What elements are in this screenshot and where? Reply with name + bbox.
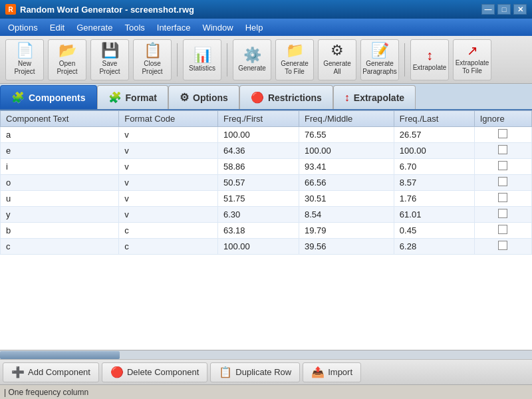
table-row[interactable]: u v 51.75 30.51 1.76 (1, 191, 532, 207)
cell-last: 26.57 (394, 127, 474, 143)
cell-middle: 93.41 (299, 159, 394, 175)
cell-last: 6.70 (394, 159, 474, 175)
menu-item-edit[interactable]: Edit (45, 21, 70, 34)
app-icon: R (5, 4, 16, 15)
ignore-checkbox[interactable] (498, 225, 507, 234)
close-project-button[interactable]: 📋 Close Project (133, 39, 172, 80)
cell-last: 6.28 (394, 239, 474, 255)
scrollbar-thumb[interactable] (0, 351, 120, 359)
extrapolate-tab-icon: ↕ (344, 92, 350, 104)
delete-component-button[interactable]: 🔴 Delete Component (102, 362, 207, 382)
menu-item-help[interactable]: Help (240, 21, 269, 34)
extrapolate-icon: ↕ (426, 49, 433, 62)
col-header-freq-last: Freq./Last (394, 111, 474, 127)
generate-to-file-button[interactable]: 📁 Generate To File (275, 39, 314, 80)
cell-first: 100.00 (218, 127, 299, 143)
cell-first: 50.57 (218, 175, 299, 191)
extrapolate-to-file-icon: ↗ (467, 44, 478, 57)
table-body: a v 100.00 76.55 26.57 e v 64.36 100.00 … (1, 127, 532, 255)
table-row[interactable]: c c 100.00 39.56 6.28 (1, 239, 532, 255)
generate-button[interactable]: ⚙️ Generate (233, 39, 271, 80)
options-tab-label: Options (193, 92, 228, 103)
menu-item-window[interactable]: Window (197, 21, 238, 34)
table-row[interactable]: b c 63.18 19.79 0.45 (1, 223, 532, 239)
generate-icon: ⚙️ (243, 48, 261, 63)
add-component-button[interactable]: ➕ Add Component (3, 362, 99, 382)
open-project-button[interactable]: 📂 Open Project (48, 39, 86, 80)
cell-ignore[interactable] (474, 159, 531, 175)
minimize-button[interactable]: — (481, 4, 495, 15)
ignore-checkbox[interactable] (498, 193, 507, 202)
import-button[interactable]: 📤 Import (303, 362, 361, 382)
maximize-button[interactable]: □ (497, 4, 511, 15)
menu-item-tools[interactable]: Tools (119, 21, 150, 34)
cell-middle: 8.54 (299, 207, 394, 223)
duplicate-row-button[interactable]: 📋 Duplicate Row (210, 362, 300, 382)
close-button[interactable]: ✕ (513, 4, 527, 15)
ignore-checkbox[interactable] (498, 145, 507, 154)
window-controls[interactable]: — □ ✕ (481, 4, 527, 15)
cell-ignore[interactable] (474, 127, 531, 143)
ignore-checkbox[interactable] (498, 177, 507, 186)
table-row[interactable]: a v 100.00 76.55 26.57 (1, 127, 532, 143)
generate-paragraphs-button[interactable]: 📝 Generate Paragraphs (360, 39, 399, 80)
table-row[interactable]: y v 6.30 8.54 61.01 (1, 207, 532, 223)
cell-text: u (1, 191, 119, 207)
cell-code: v (119, 159, 218, 175)
save-project-label: Save Project (99, 60, 120, 76)
ignore-checkbox[interactable] (498, 129, 507, 138)
cell-ignore[interactable] (474, 223, 531, 239)
cell-last: 100.00 (394, 143, 474, 159)
extrapolate-button[interactable]: ↕ Extrapolate (410, 39, 449, 80)
ignore-checkbox[interactable] (498, 209, 507, 218)
extrapolate-label: Extrapolate (413, 64, 447, 71)
statistics-button[interactable]: 📊 Statistics (183, 39, 221, 80)
col-header-freq-first: Freq./First (218, 111, 299, 127)
table-row[interactable]: e v 64.36 100.00 100.00 (1, 143, 532, 159)
horizontal-scrollbar[interactable] (0, 350, 532, 359)
ignore-checkbox[interactable] (498, 161, 507, 170)
generate-all-button[interactable]: ⚙ Generate All (318, 39, 356, 80)
tab-restrictions[interactable]: 🔴 Restrictions (239, 85, 333, 109)
table-row[interactable]: o v 50.57 66.56 8.57 (1, 175, 532, 191)
tab-format[interactable]: 🧩 Format (97, 85, 168, 109)
cell-last: 61.01 (394, 207, 474, 223)
components-tab-icon: 🧩 (11, 91, 25, 104)
close-project-label: Close Project (142, 60, 162, 76)
cell-text: i (1, 159, 119, 175)
tab-extrapolate[interactable]: ↕ Extrapolate (333, 85, 416, 109)
duplicate-row-icon: 📋 (219, 366, 232, 378)
extrapolate-to-file-button[interactable]: ↗ Extrapolate To File (453, 39, 491, 80)
open-project-label: Open Project (57, 60, 77, 76)
cell-middle: 30.51 (299, 191, 394, 207)
ignore-checkbox[interactable] (498, 241, 507, 250)
cell-ignore[interactable] (474, 143, 531, 159)
cell-ignore[interactable] (474, 207, 531, 223)
delete-component-label: Delete Component (127, 367, 199, 377)
cell-text: b (1, 223, 119, 239)
cell-first: 58.86 (218, 159, 299, 175)
extrapolate-to-file-label: Extrapolate To File (456, 59, 489, 75)
cell-last: 8.57 (394, 175, 474, 191)
cell-middle: 100.00 (299, 143, 394, 159)
cell-code: c (119, 223, 218, 239)
col-header-format-code: Format Code (119, 111, 218, 127)
tab-options[interactable]: ⚙ Options (168, 85, 239, 109)
menu-item-options[interactable]: Options (3, 21, 43, 34)
duplicate-row-label: Duplicate Row (235, 367, 291, 377)
tab-components[interactable]: 🧩 Components (0, 85, 97, 109)
col-header-component-text: Component Text (1, 111, 119, 127)
cell-first: 100.00 (218, 239, 299, 255)
cell-ignore[interactable] (474, 191, 531, 207)
cell-code: v (119, 207, 218, 223)
cell-last: 0.45 (394, 223, 474, 239)
statistics-label: Statistics (189, 65, 215, 72)
table-row[interactable]: i v 58.86 93.41 6.70 (1, 159, 532, 175)
generate-paragraphs-icon: 📝 (371, 43, 389, 58)
cell-ignore[interactable] (474, 175, 531, 191)
menu-item-generate[interactable]: Generate (71, 21, 118, 34)
save-project-button[interactable]: 💾 Save Project (90, 39, 129, 80)
cell-ignore[interactable] (474, 239, 531, 255)
menu-item-interface[interactable]: Interface (152, 21, 196, 34)
new-project-button[interactable]: 📄 New Project (5, 39, 44, 80)
